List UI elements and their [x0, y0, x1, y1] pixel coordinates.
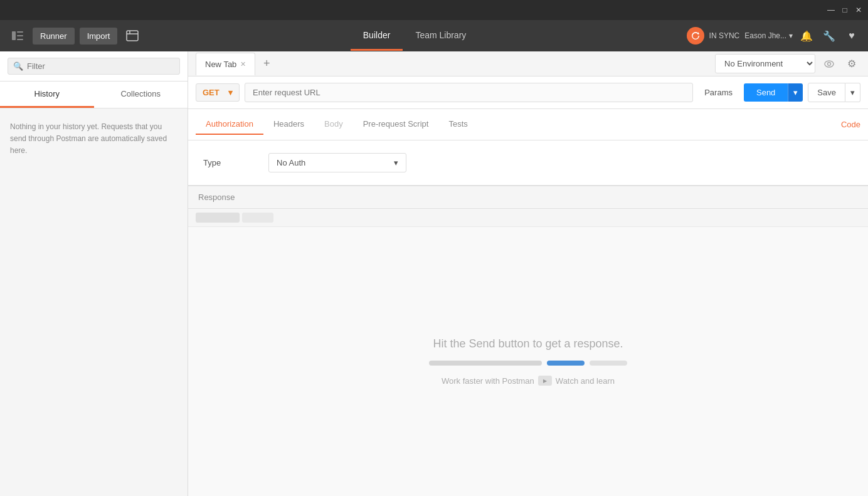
url-input[interactable]	[245, 83, 693, 102]
nav-tabs: Builder Team Library	[147, 21, 681, 51]
tabs-and-env-bar: New Tab ✕ + No Environment ⚙	[188, 51, 868, 77]
favorites-button[interactable]: ♥	[843, 27, 860, 45]
work-faster-label: Work faster with Postman	[442, 376, 534, 386]
response-body: Hit the Send button to get a response. W…	[188, 227, 868, 496]
sidebar: 🔍 History Collections Nothing in your hi…	[0, 51, 188, 496]
search-icon: 🔍	[13, 61, 23, 71]
svg-rect-4	[127, 31, 138, 41]
auth-section: Type No Auth ▾	[188, 140, 868, 185]
search-input-wrap: 🔍	[8, 58, 180, 75]
env-gear-button[interactable]: ⚙	[843, 55, 860, 73]
send-dropdown-button[interactable]: ▾	[788, 83, 803, 102]
send-button-group: Send ▾	[744, 83, 803, 102]
code-button[interactable]: Code	[841, 120, 860, 129]
env-select-wrap: No Environment	[715, 54, 815, 73]
sidebar-tab-history[interactable]: History	[0, 82, 94, 108]
bar-segment-2	[547, 361, 585, 366]
top-nav: Runner Import Builder Team Library IN SY…	[0, 20, 868, 51]
tab-builder[interactable]: Builder	[351, 21, 403, 51]
sidebar-tab-collections[interactable]: Collections	[94, 82, 188, 108]
title-bar: — □ ✕	[0, 0, 868, 20]
environment-select[interactable]: No Environment	[715, 54, 815, 73]
response-tab-placeholder-1	[196, 213, 240, 223]
panel-toggle-button[interactable]	[8, 26, 28, 46]
svg-point-8	[828, 62, 831, 65]
request-tabs-row: New Tab ✕ +	[196, 53, 275, 75]
nav-right: IN SYNC Eason Jhe... ▾ 🔔 🔧 ♥	[687, 27, 860, 45]
close-tab-icon[interactable]: ✕	[240, 60, 246, 68]
sidebar-tabs: History Collections	[0, 82, 188, 108]
svg-rect-2	[17, 35, 23, 36]
settings-button[interactable]: 🔧	[820, 27, 838, 45]
svg-rect-0	[12, 31, 16, 40]
close-button[interactable]: ✕	[854, 6, 863, 14]
response-tabs-row	[188, 209, 868, 227]
req-tab-tests[interactable]: Tests	[438, 114, 477, 135]
auth-type-label: Type	[203, 158, 253, 167]
sync-button[interactable]: IN SYNC	[709, 31, 740, 40]
request-toolbar: Authorization Headers Body Pre-request S…	[188, 109, 868, 140]
method-selector[interactable]: GET ▾	[196, 83, 240, 102]
save-dropdown-button[interactable]: ▾	[845, 83, 860, 102]
response-empty-title: Hit the Send button to get a response.	[433, 337, 623, 351]
add-tab-button[interactable]: +	[258, 55, 275, 73]
auth-type-selector[interactable]: No Auth ▾	[268, 153, 406, 172]
svg-rect-1	[17, 31, 23, 33]
method-dropdown-icon: ▾	[228, 88, 233, 97]
runner-button[interactable]: Runner	[33, 28, 75, 45]
save-button-group: Save ▾	[808, 83, 860, 102]
method-label: GET	[203, 88, 220, 97]
auth-dropdown-icon: ▾	[394, 158, 398, 167]
watch-learn-label: Watch and learn	[556, 376, 615, 386]
bar-segment-3	[590, 361, 627, 366]
send-button[interactable]: Send	[744, 83, 788, 102]
tab-team-library[interactable]: Team Library	[403, 21, 479, 51]
sync-icon	[687, 27, 704, 45]
response-area: Response Hit the Send button to get a re…	[188, 186, 868, 496]
bar-segment-1	[429, 361, 542, 366]
auth-type-row: Type No Auth ▾	[203, 153, 853, 172]
request-tab-new[interactable]: New Tab ✕	[196, 53, 255, 75]
svg-point-7	[825, 61, 834, 67]
youtube-icon[interactable]	[538, 376, 552, 386]
env-controls: No Environment ⚙	[715, 54, 860, 73]
user-menu-button[interactable]: Eason Jhe... ▾	[744, 31, 793, 40]
req-tab-authorization[interactable]: Authorization	[196, 114, 263, 135]
sidebar-empty-message: Nothing in your history yet. Requests th…	[0, 108, 188, 170]
req-tab-pre-request[interactable]: Pre-request Script	[353, 114, 439, 135]
env-eye-button[interactable]	[820, 55, 838, 73]
response-tab-placeholder-2	[242, 213, 273, 223]
response-header: Response	[188, 186, 868, 209]
new-tab-button[interactable]	[122, 26, 142, 46]
notifications-button[interactable]: 🔔	[798, 27, 815, 45]
filter-input[interactable]	[27, 61, 174, 71]
user-dropdown-icon: ▾	[789, 31, 793, 40]
response-bar-row	[429, 361, 627, 366]
svg-rect-3	[17, 39, 23, 40]
user-label: Eason Jhe...	[744, 31, 786, 40]
main-content: New Tab ✕ + No Environment ⚙	[188, 51, 868, 496]
response-footer: Work faster with Postman Watch and learn	[442, 376, 615, 386]
req-tab-body[interactable]: Body	[314, 114, 353, 135]
url-bar: GET ▾ Params Send ▾ Save ▾	[188, 77, 868, 109]
minimize-button[interactable]: —	[827, 6, 835, 14]
save-button[interactable]: Save	[808, 83, 845, 102]
sync-label: IN SYNC	[709, 31, 740, 40]
params-button[interactable]: Params	[698, 84, 739, 101]
maximize-button[interactable]: □	[840, 6, 849, 14]
sidebar-search-bar: 🔍	[0, 51, 188, 82]
import-button[interactable]: Import	[80, 28, 118, 45]
request-tab-label: New Tab	[205, 60, 236, 69]
req-tab-headers[interactable]: Headers	[263, 114, 314, 135]
main-layout: 🔍 History Collections Nothing in your hi…	[0, 51, 868, 496]
auth-no-auth-label: No Auth	[277, 158, 305, 167]
